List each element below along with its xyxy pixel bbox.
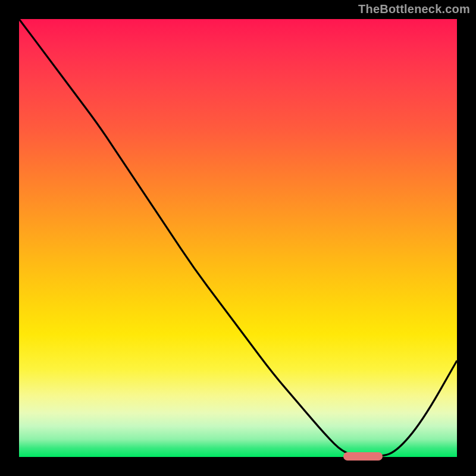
bottleneck-curve <box>19 19 457 457</box>
watermark-text: TheBottleneck.com <box>358 2 470 16</box>
optimum-marker <box>343 452 383 461</box>
curve-path <box>19 19 457 457</box>
chart-frame: TheBottleneck.com <box>0 0 476 476</box>
plot-area <box>19 19 457 457</box>
